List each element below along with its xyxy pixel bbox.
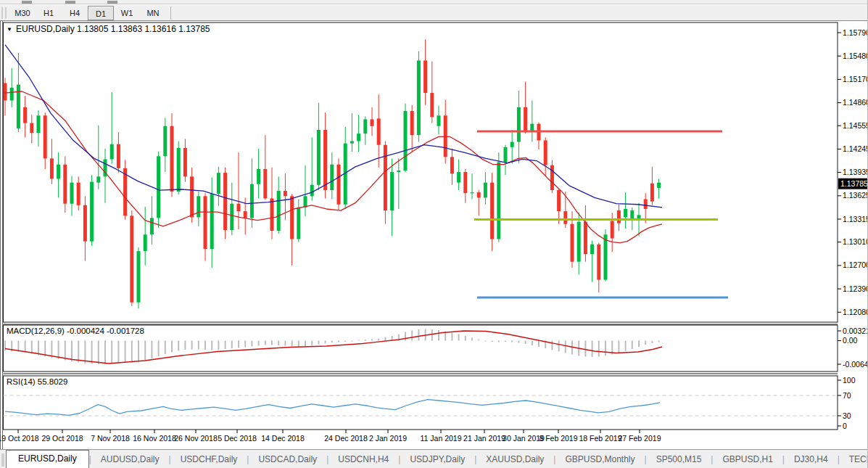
timeframe-button-d1[interactable]: D1	[88, 6, 114, 20]
candle-body	[563, 211, 567, 224]
macd-histogram-bar	[244, 341, 246, 348]
macd-histogram-bar	[117, 341, 119, 363]
candle-body	[477, 192, 481, 197]
timeframe-button-mn[interactable]: MN	[140, 6, 166, 20]
candle-body	[190, 176, 194, 217]
timeframe-button-h4[interactable]: H4	[62, 6, 88, 20]
macd-histogram-bar	[225, 341, 226, 350]
date-axis-label: 29 Oct 2018	[41, 434, 83, 443]
candle-body	[197, 196, 200, 217]
macd-histogram-bar	[144, 341, 146, 361]
macd-histogram-bar	[411, 331, 413, 341]
macd-histogram-bar	[292, 341, 293, 347]
candle-body	[163, 126, 167, 157]
price-axis-label: 1.14245	[843, 144, 868, 153]
macd-histogram-bar	[584, 341, 586, 357]
candle-body	[430, 93, 434, 117]
timeframe-button-w1[interactable]: W1	[114, 6, 140, 20]
candle-body	[350, 141, 354, 144]
chart-area[interactable]: 1.157901.154801.151701.148601.145551.142…	[0, 21, 868, 449]
price-axis-label: 1.15480	[843, 52, 868, 60]
tab-usdcad-daily[interactable]: USDCAD,Daily	[249, 451, 326, 468]
candle-body	[410, 111, 414, 135]
candle-body	[210, 194, 214, 249]
upper-toolbar-remnant	[0, 0, 868, 4]
macd-histogram-bar	[451, 333, 452, 341]
price-axis-label: 1.15170	[843, 75, 868, 83]
macd-histogram-bar	[438, 330, 439, 341]
macd-histogram-bar	[658, 341, 660, 342]
tab-usdchf-daily[interactable]: USDCHF,Daily	[171, 451, 247, 468]
macd-histogram-bar	[365, 340, 366, 341]
candle-body	[471, 192, 474, 193]
candle-body	[463, 172, 467, 193]
macd-histogram-bar	[458, 334, 460, 341]
tab-bar-grip[interactable]	[1, 453, 4, 467]
candle-body	[617, 210, 621, 223]
macd-histogram-bar	[271, 341, 273, 345]
candle-body	[137, 251, 141, 303]
macd-histogram-bar	[84, 341, 86, 364]
price-axis-label: 1.13010	[843, 237, 868, 246]
candle-body	[63, 165, 67, 204]
candle-body	[223, 173, 227, 230]
timeframe-button-h1[interactable]: H1	[36, 6, 62, 20]
macd-signal-line[interactable]	[5, 331, 662, 364]
macd-histogram-bar	[78, 341, 79, 363]
candle-body	[77, 183, 80, 205]
macd-histogram-bar	[125, 341, 126, 363]
candle-body	[44, 115, 47, 158]
tab-eurusd-daily[interactable]: EURUSD,Daily	[6, 450, 89, 468]
macd-histogram-bar	[104, 341, 106, 364]
toolbar-grip[interactable]	[1, 7, 7, 19]
macd-histogram-bar	[511, 341, 513, 342]
current-price-label: 1.13785	[840, 179, 868, 188]
price-axis-label: 1.13625	[843, 191, 868, 200]
candle-body	[244, 211, 247, 218]
macd-histogram-bar	[284, 341, 286, 346]
candle-body	[130, 215, 133, 302]
tab-tech100-h1[interactable]: TECH100,H1	[840, 451, 868, 468]
rsi-axis-label: 70	[843, 391, 851, 400]
candle-body	[10, 88, 14, 101]
candle-body	[590, 245, 594, 254]
macd-histogram-bar	[492, 341, 493, 342]
macd-histogram-bar	[98, 341, 99, 365]
tab-audusd-daily[interactable]: AUDUSD,Daily	[91, 451, 169, 468]
tab-xauusd-daily[interactable]: XAUUSD,Daily	[476, 451, 553, 468]
chart-tabs: EURUSD,Daily|AUDUSD,Daily|USDCHF,Daily|U…	[6, 450, 868, 468]
macd-histogram-bar	[598, 341, 600, 357]
tab-sp500-m15[interactable]: SP500,M15	[647, 451, 711, 468]
macd-histogram-bar	[65, 341, 66, 361]
macd-histogram-bar	[565, 341, 566, 353]
candle-body	[504, 147, 508, 163]
macd-histogram-bar	[131, 341, 133, 363]
candle-body	[70, 183, 74, 204]
candle-body	[290, 196, 294, 239]
macd-histogram-bar	[91, 341, 93, 364]
toolbar-icon-remnant	[107, 1, 117, 4]
tab-usdcnh-h4[interactable]: USDCNH,H4	[328, 451, 398, 468]
tab-dj30-h4[interactable]: DJ30,H4	[785, 451, 838, 468]
macd-histogram-bar	[351, 341, 352, 342]
tab-gbpusd-monthly[interactable]: GBPUSD,Monthly	[555, 451, 644, 468]
candle-body	[323, 130, 327, 190]
macd-histogram-bar	[518, 341, 519, 343]
macd-histogram-bar	[651, 341, 653, 344]
rsi-line[interactable]	[5, 400, 660, 416]
macd-histogram-bar	[44, 341, 46, 357]
macd-histogram-bar	[558, 341, 560, 352]
candle-body	[644, 199, 648, 208]
candle-body	[657, 183, 661, 188]
eurusd-daily-chart[interactable]: 1.157901.154801.151701.148601.145551.142…	[0, 21, 868, 449]
candle-body	[4, 83, 7, 101]
timeframe-button-m30[interactable]: M30	[9, 6, 36, 20]
candle-body	[170, 126, 174, 192]
symbol-dropdown-icon[interactable]: ▼	[7, 26, 12, 33]
tab-usdjpy-daily[interactable]: USDJPY,Daily	[400, 451, 474, 468]
date-axis-label: 8 Feb 2019	[539, 434, 577, 443]
candle-body	[557, 190, 561, 211]
tab-gbpusd-h1[interactable]: GBPUSD,H1	[713, 451, 782, 468]
macd-histogram-bar	[405, 332, 406, 341]
candle-body	[450, 157, 454, 173]
